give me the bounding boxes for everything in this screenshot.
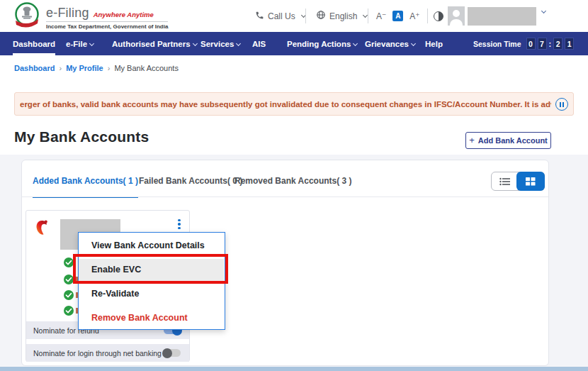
top-header: e-Filing Anywhere Anytime Income Tax Dep… [0, 0, 588, 32]
header-divider [427, 9, 428, 23]
chevron-down-icon [411, 40, 416, 45]
breadcrumb-current: My Bank Accounts [114, 64, 179, 72]
contrast-toggle-icon[interactable] [434, 11, 443, 21]
efiling-my-bank-accounts-screen: e-Filing Anywhere Anytime Income Tax Dep… [0, 0, 588, 371]
language-menu[interactable]: English [316, 0, 367, 32]
menu-view-bank-account-details[interactable]: View Bank Account Details [79, 236, 224, 255]
tab-added-bank-accounts[interactable]: Added Bank Accounts( 1 ) [33, 176, 138, 196]
bank-logo-icon [35, 218, 50, 239]
footer-edge [0, 367, 588, 371]
nav-dashboard[interactable]: Dashboard [13, 32, 55, 55]
menu-remove-bank-account[interactable]: Remove Bank Account [79, 309, 224, 328]
user-avatar[interactable] [448, 6, 465, 26]
session-colon: : [549, 40, 552, 48]
call-us-label: Call Us [268, 11, 295, 21]
tab-failed-bank-accounts[interactable]: Failed Bank Accounts( 0 ) [139, 176, 242, 196]
app-tagline: Anywhere Anytime [94, 11, 154, 18]
nominate-netbanking-row: Nominate for login through net banking [26, 344, 189, 362]
user-menu-chevron-icon[interactable] [541, 9, 546, 13]
chevron-down-icon [89, 40, 94, 45]
marquee-pause-button[interactable] [555, 98, 568, 111]
page-title: My Bank Accounts [14, 128, 149, 145]
globe-icon [316, 10, 326, 22]
efiling-logo[interactable]: e-Filing Anywhere Anytime Income Tax Dep… [13, 1, 168, 33]
chevron-down-icon [236, 40, 241, 45]
add-bank-account-button[interactable]: + Add Bank Account [465, 132, 551, 149]
valid-check-icon [64, 306, 74, 316]
session-timer: Session Time 0 7 : 2 1 [473, 32, 574, 55]
nominate-netbanking-toggle[interactable] [164, 349, 181, 357]
breadcrumb: Dashboard › My Profile › My Bank Account… [14, 64, 179, 72]
font-normal-button[interactable]: A [392, 11, 403, 21]
breadcrumb-my-profile[interactable]: My Profile [66, 64, 103, 72]
tab-removed-bank-accounts[interactable]: Removed Bank Accounts( 3 ) [234, 176, 352, 196]
session-digit: 2 [553, 38, 562, 50]
header-divider [305, 9, 306, 23]
nav-authorised-partners[interactable]: Authorised Partners [112, 32, 197, 55]
plus-icon: + [469, 135, 475, 145]
app-name: e-Filing [46, 6, 89, 21]
income-tax-emblem-icon [13, 1, 41, 33]
font-increase-button[interactable]: A⁺ [409, 11, 419, 21]
valid-check-icon [64, 258, 74, 267]
nav-pending-actions[interactable]: Pending Actions [287, 32, 357, 55]
breadcrumb-separator: › [108, 64, 111, 72]
brand-text: e-Filing Anywhere Anytime Income Tax Dep… [46, 6, 168, 30]
breadcrumb-dashboard[interactable]: Dashboard [14, 64, 55, 72]
org-name: Income Tax Department, Government of Ind… [46, 23, 168, 30]
nominate-netbanking-label: Nominate for login through net banking [33, 349, 162, 358]
chevron-down-icon [353, 40, 358, 45]
bank-account-actions-menu: View Bank Account Details Enable EVC Re-… [78, 232, 225, 330]
nav-grievances[interactable]: Grievances [365, 32, 415, 55]
breadcrumb-separator: › [59, 64, 62, 72]
user-name-redacted[interactable] [468, 7, 536, 26]
nav-help[interactable]: Help [425, 32, 443, 55]
grid-icon [526, 177, 536, 186]
list-view-button[interactable] [492, 172, 519, 190]
brand-divider [46, 21, 168, 22]
menu-enable-evc[interactable]: Enable EVC [79, 259, 224, 281]
session-time-label: Session Time [473, 40, 521, 48]
session-digit: 7 [538, 38, 547, 50]
nav-ais[interactable]: AIS [252, 32, 266, 55]
valid-check-icon [64, 275, 74, 284]
tabs-divider [22, 196, 548, 197]
header-divider [368, 9, 368, 23]
font-size-controls: A⁻ A A⁺ [376, 0, 420, 32]
session-digit: 1 [565, 38, 574, 50]
session-digit: 0 [526, 38, 536, 50]
valid-check-icon [64, 290, 74, 300]
list-icon [499, 177, 511, 186]
view-toggle-group [491, 172, 545, 191]
font-decrease-button[interactable]: A⁻ [376, 11, 386, 21]
nav-e-file[interactable]: e-File [66, 32, 94, 55]
grid-view-button[interactable] [516, 172, 545, 191]
chevron-down-icon [193, 40, 198, 45]
notice-marquee-text: erger of banks, valid bank accounts may … [20, 93, 551, 116]
phone-icon [255, 11, 264, 22]
card-kebab-menu-button[interactable] [172, 216, 186, 232]
main-navigation: Dashboard e-File Authorised Partners Ser… [0, 32, 588, 55]
language-label: English [329, 11, 357, 21]
nav-services[interactable]: Services [200, 32, 240, 55]
call-us-menu[interactable]: Call Us [255, 0, 305, 32]
menu-re-validate[interactable]: Re-Validate [79, 284, 224, 304]
notice-banner: erger of banks, valid bank accounts may … [14, 92, 574, 116]
